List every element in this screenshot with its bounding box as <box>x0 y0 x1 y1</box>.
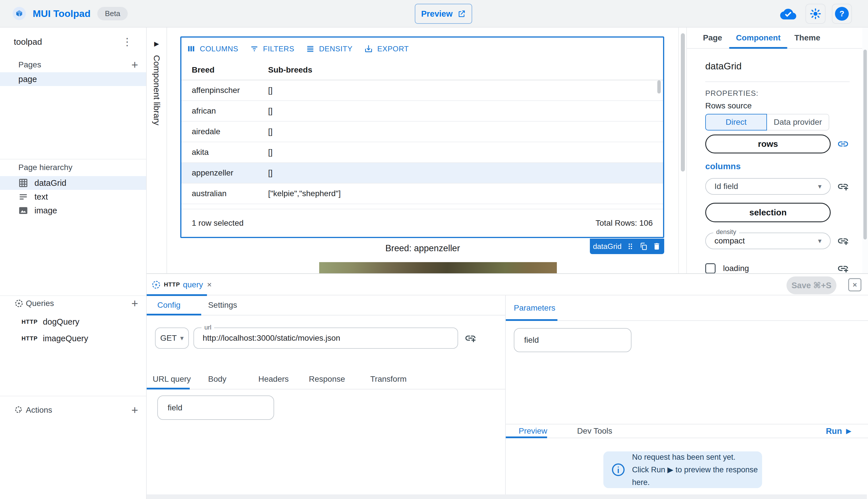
tab-transform[interactable]: Transform <box>370 369 407 389</box>
query-item-label: dogQuery <box>43 317 79 327</box>
export-button[interactable]: EXPORT <box>364 44 409 53</box>
filter-icon <box>250 44 259 53</box>
cell-breed: affenpinscher <box>181 86 268 95</box>
chevron-down-icon: ▾ <box>180 334 184 342</box>
url-input[interactable]: url http://localhost:3000/static/movies.… <box>193 328 458 349</box>
add-query-button[interactable]: + <box>131 298 138 309</box>
tab-body[interactable]: Body <box>208 369 226 389</box>
inspector-scrollbar[interactable] <box>864 50 867 240</box>
query-result-pane: Parameters field Preview Dev Tools Run ▶ <box>506 295 868 495</box>
density-button[interactable]: DENSITY <box>306 44 353 53</box>
tab-page[interactable]: Page <box>696 27 729 48</box>
actions-header-row: Actions + <box>0 403 146 417</box>
queries-icon <box>14 299 24 308</box>
table-row[interactable]: australian ["kelpie","shepherd"] <box>181 184 663 204</box>
rows-source-direct[interactable]: Direct <box>705 114 767 131</box>
add-link-icon[interactable] <box>837 180 849 192</box>
cell-subbreeds: [] <box>268 148 663 157</box>
parameters-field-input[interactable]: field <box>514 328 631 352</box>
expand-library-icon[interactable]: ▶ <box>154 40 159 48</box>
datagrid-footer: 1 row selected Total Rows: 106 <box>181 209 663 237</box>
rows-source-data-provider[interactable]: Data provider <box>767 114 829 131</box>
column-header-breed[interactable]: Breed <box>181 65 268 75</box>
theme-toggle-button[interactable] <box>806 4 825 24</box>
url-query-field-input[interactable]: field <box>157 395 274 420</box>
tab-dev-tools[interactable]: Dev Tools <box>577 426 612 436</box>
datagrid-component[interactable]: COLUMNS FILTERS DENSITY <box>180 36 664 238</box>
query-item-imagequery[interactable]: HTTP imageQuery <box>0 331 146 345</box>
datagrid-item-label: dataGrid <box>34 178 66 188</box>
tab-parameters[interactable]: Parameters <box>514 303 556 313</box>
project-row: toolpad ⋮ <box>0 35 146 49</box>
columns-button[interactable]: columns <box>705 161 868 171</box>
tab-response[interactable]: Response <box>309 369 345 389</box>
loading-checkbox[interactable] <box>705 263 716 273</box>
add-page-button[interactable]: + <box>131 59 138 71</box>
table-row[interactable]: affenpinscher [] <box>181 80 663 101</box>
link-icon[interactable] <box>837 138 849 150</box>
preview-button[interactable]: Preview <box>415 4 472 24</box>
run-button[interactable]: Run ▶ <box>826 426 851 436</box>
rows-button[interactable]: rows <box>705 134 831 154</box>
hierarchy-header-row: Page hierarchy <box>0 161 146 174</box>
add-link-icon[interactable] <box>837 235 849 247</box>
canvas-scrollbar[interactable] <box>681 33 685 171</box>
sidebar-item-page[interactable]: page <box>0 72 146 86</box>
divider <box>0 159 146 159</box>
image-item-label: image <box>34 206 57 215</box>
component-library-label[interactable]: Component library <box>152 55 162 125</box>
method-select[interactable]: GET ▾ <box>155 328 189 349</box>
table-row[interactable]: airedale [] <box>181 122 663 142</box>
text-component[interactable]: Breed: appenzeller <box>167 243 678 254</box>
horizontal-scrollbar-track[interactable] <box>147 495 867 499</box>
info-line-1: No request has been sent yet. <box>632 453 735 461</box>
help-button[interactable]: ? <box>832 4 852 24</box>
query-editor-tab[interactable]: HTTP query × <box>147 274 207 295</box>
parameters-field-value: field <box>524 336 539 345</box>
query-tab-label: query <box>183 280 203 289</box>
text-icon <box>18 191 29 202</box>
save-button[interactable]: Save ⌘+S <box>786 277 836 294</box>
image-component[interactable] <box>319 262 557 273</box>
table-row-partial <box>181 204 663 209</box>
preview-button-label: Preview <box>421 9 453 19</box>
tab-component[interactable]: Component <box>729 27 788 48</box>
selection-button[interactable]: selection <box>705 203 831 222</box>
datagrid-scrollbar[interactable] <box>657 80 661 94</box>
columns-button[interactable]: COLUMNS <box>187 44 238 53</box>
cloud-sync-status-icon <box>780 8 796 20</box>
inspector-panel: Page Component Theme dataGrid PROPERTIES… <box>687 27 868 273</box>
cell-breed: appenzeller <box>181 168 268 178</box>
table-row[interactable]: akita [] <box>181 142 663 163</box>
query-item-dogquery[interactable]: HTTP dogQuery <box>0 315 146 329</box>
filters-button[interactable]: FILTERS <box>250 44 294 53</box>
table-row-selected[interactable]: appenzeller [] <box>181 163 663 184</box>
id-field-select[interactable]: Id field ▾ <box>705 178 831 195</box>
url-query-field-value: field <box>168 403 182 412</box>
query-editor-body: Config Settings GET ▾ url http://localho… <box>147 295 868 495</box>
add-link-icon[interactable] <box>837 263 849 273</box>
tab-config[interactable]: Config <box>157 301 180 310</box>
tab-url-query[interactable]: URL query <box>153 369 191 389</box>
table-row[interactable]: african [] <box>181 101 663 122</box>
add-action-button[interactable]: + <box>131 404 138 416</box>
tab-settings[interactable]: Settings <box>208 301 237 310</box>
info-message: No request has been sent yet. Click Run … <box>632 451 759 489</box>
tab-headers[interactable]: Headers <box>258 369 289 389</box>
close-tab-icon[interactable]: × <box>207 280 212 289</box>
url-input-label: url <box>202 324 214 331</box>
external-link-icon <box>457 10 466 18</box>
column-header-subbreeds[interactable]: Sub-breeds <box>268 65 663 75</box>
rows-property-row: rows <box>705 134 868 154</box>
sidebar-item-text[interactable]: text <box>0 190 146 204</box>
tab-theme[interactable]: Theme <box>787 27 827 48</box>
project-menu-icon[interactable]: ⋮ <box>122 36 132 48</box>
sidebar-item-image[interactable]: image <box>0 204 146 217</box>
add-link-icon[interactable] <box>464 332 476 344</box>
query-editor-header: HTTP query × Save ⌘+S × <box>147 274 868 295</box>
query-item-label: imageQuery <box>43 334 88 343</box>
data-grid-icon <box>18 178 29 188</box>
close-panel-button[interactable]: × <box>848 278 861 291</box>
tab-preview[interactable]: Preview <box>519 426 547 436</box>
sidebar-item-datagrid[interactable]: dataGrid <box>0 176 146 190</box>
